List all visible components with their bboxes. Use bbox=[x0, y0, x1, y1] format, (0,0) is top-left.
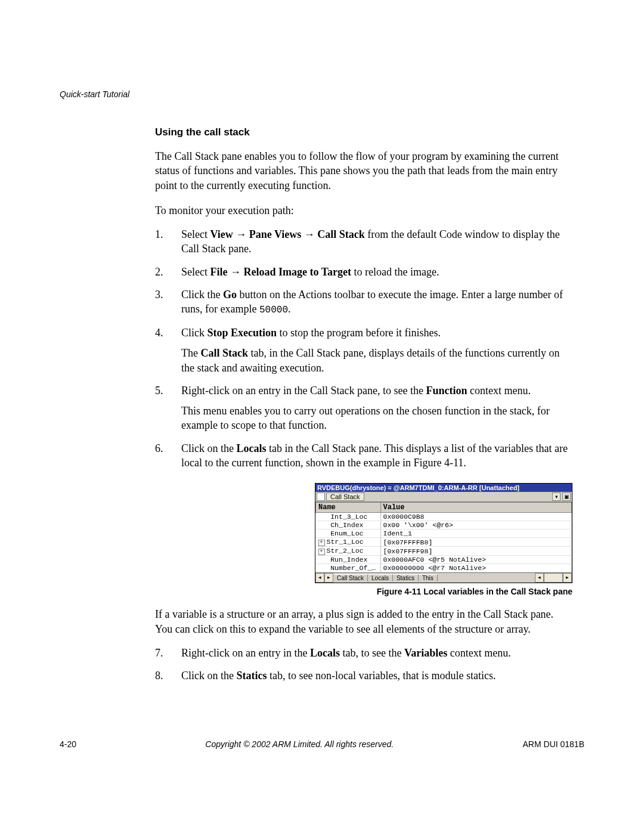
step-3: Click the Go button on the Actions toolb… bbox=[155, 287, 572, 317]
row-value-cell: [0x07FFFF98] bbox=[380, 547, 572, 556]
row-value-cell: 0x0000C9B8 bbox=[380, 513, 572, 521]
table-row[interactable]: Int_3_Loc0x0000C9B8 bbox=[316, 513, 572, 521]
row-name-cell: +Str_2_Loc bbox=[316, 547, 381, 556]
steps-list-cont: Right-click on an entry in the Locals ta… bbox=[155, 646, 572, 683]
section-title: Using the call stack bbox=[155, 126, 584, 138]
maximize-icon[interactable]: ▣ bbox=[562, 493, 571, 501]
row-name-cell: +Str_1_Loc bbox=[316, 538, 381, 547]
row-value-cell: 0x00000000 <@r7 NotAlive> bbox=[380, 564, 572, 572]
row-name-cell: Ch_Index bbox=[316, 521, 381, 529]
bottom-tab-locals[interactable]: Locals bbox=[368, 574, 393, 581]
pane-top-tabrow: Call Stack ▾ ▣ bbox=[315, 492, 572, 502]
step-6: Click on the Locals tab in the Call Stac… bbox=[155, 441, 572, 470]
table-row[interactable]: Run_Index0x0000AFC0 <@r5 NotAlive> bbox=[316, 556, 572, 564]
row-value-cell: Ident_1 bbox=[380, 529, 572, 538]
footer-page-number: 4-20 bbox=[60, 739, 76, 749]
step-4: Click Stop Execution to stop the program… bbox=[155, 326, 572, 375]
step-8: Click on the Statics tab, to see non-loc… bbox=[155, 668, 572, 683]
locals-table: Name Value Int_3_Loc0x0000C9B8 Ch_Index0… bbox=[315, 502, 572, 572]
row-value-cell: [0x07FFFFB8] bbox=[380, 538, 572, 547]
running-head: Quick-start Tutorial bbox=[60, 89, 584, 99]
tab-call-stack-top[interactable]: Call Stack bbox=[326, 493, 364, 501]
row-value-cell: 0x00 '\x00' <@r6> bbox=[380, 521, 572, 529]
pane-titlebar: RVDEBUG(dhrystone) = @ARM7TDMI_0:ARM-A-R… bbox=[315, 484, 572, 492]
row-name-cell: Number_Of_… bbox=[316, 564, 381, 572]
window-icon bbox=[317, 493, 325, 501]
footer-doc-id: ARM DUI 0181B bbox=[523, 739, 584, 749]
scroll-track[interactable] bbox=[544, 573, 563, 583]
figure-4-11: RVDEBUG(dhrystone) = @ARM7TDMI_0:ARM-A-R… bbox=[155, 479, 572, 596]
page-footer: 4-20 Copyright © 2002 ARM Limited. All r… bbox=[60, 739, 584, 749]
row-value-cell: 0x0000AFC0 <@r5 NotAlive> bbox=[380, 556, 572, 564]
footer-copyright: Copyright © 2002 ARM Limited. All rights… bbox=[205, 739, 394, 749]
nav-right-icon[interactable]: ▸ bbox=[324, 573, 333, 583]
step-1: Select View → Pane Views → Call Stack fr… bbox=[155, 227, 572, 256]
dropdown-icon[interactable]: ▾ bbox=[552, 493, 561, 501]
scroll-left-icon[interactable]: ◂ bbox=[535, 573, 544, 583]
expand-icon[interactable]: + bbox=[318, 540, 325, 546]
bottom-tab-statics[interactable]: Statics bbox=[393, 574, 419, 581]
col-header-name[interactable]: Name bbox=[316, 503, 381, 513]
expand-icon[interactable]: + bbox=[318, 549, 325, 555]
after-figure-paragraph: If a variable is a structure or an array… bbox=[155, 607, 572, 636]
row-name-cell: Enum_Loc bbox=[316, 529, 381, 538]
table-row[interactable]: +Str_2_Loc[0x07FFFF98] bbox=[316, 547, 572, 556]
bottom-tab-callstack[interactable]: Call Stack bbox=[333, 574, 368, 581]
table-row[interactable]: +Str_1_Loc[0x07FFFFB8] bbox=[316, 538, 572, 547]
nav-left-icon[interactable]: ◂ bbox=[315, 573, 324, 583]
step-7: Right-click on an entry in the Locals ta… bbox=[155, 646, 572, 660]
row-name-cell: Int_3_Loc bbox=[316, 513, 381, 521]
figure-caption: Figure 4-11 Local variables in the Call … bbox=[155, 587, 572, 596]
table-row[interactable]: Ch_Index0x00 '\x00' <@r6> bbox=[316, 521, 572, 529]
pane-title-text: RVDEBUG(dhrystone) = @ARM7TDMI_0:ARM-A-R… bbox=[317, 484, 519, 491]
table-row[interactable]: Number_Of_…0x00000000 <@r7 NotAlive> bbox=[316, 564, 572, 572]
intro-lead: To monitor your execution path: bbox=[155, 203, 572, 218]
col-header-value[interactable]: Value bbox=[380, 503, 572, 513]
row-name-cell: Run_Index bbox=[316, 556, 381, 564]
table-row[interactable]: Enum_LocIdent_1 bbox=[316, 529, 572, 538]
bottom-tab-this[interactable]: This bbox=[419, 574, 438, 581]
intro-paragraph: The Call Stack pane enables you to follo… bbox=[155, 149, 572, 193]
call-stack-pane: RVDEBUG(dhrystone) = @ARM7TDMI_0:ARM-A-R… bbox=[315, 483, 572, 583]
steps-list: Select View → Pane Views → Call Stack fr… bbox=[155, 227, 572, 470]
step-2: Select File → Reload Image to Target to … bbox=[155, 265, 572, 279]
step-5: Right-click on an entry in the Call Stac… bbox=[155, 383, 572, 433]
pane-bottom-tabs: ◂ ▸ Call Stack Locals Statics This ◂ ▸ bbox=[315, 572, 572, 583]
scroll-right-icon[interactable]: ▸ bbox=[563, 573, 572, 583]
